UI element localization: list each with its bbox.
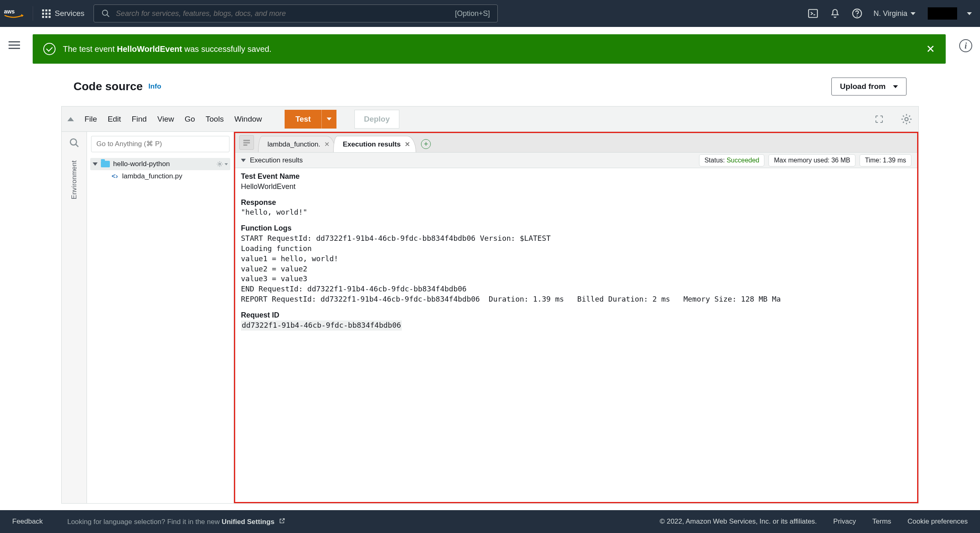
editor-main: lambda_function. ✕ Execution results ✕ +… bbox=[234, 132, 918, 503]
services-menu[interactable]: Services bbox=[39, 9, 88, 18]
svg-text:aws: aws bbox=[4, 8, 15, 15]
tree-file-row[interactable]: <› lambda_function.py bbox=[90, 170, 230, 182]
menu-edit[interactable]: Edit bbox=[108, 115, 121, 124]
close-icon[interactable]: ✕ bbox=[926, 43, 935, 56]
test-button-group: Test bbox=[285, 110, 336, 129]
upload-from-button[interactable]: Upload from bbox=[831, 78, 906, 95]
response-value: "hello, world!" bbox=[241, 207, 911, 218]
svg-point-7 bbox=[905, 118, 908, 121]
caret-down-icon bbox=[327, 118, 332, 120]
tab-scroll-icon[interactable] bbox=[239, 135, 254, 150]
check-icon bbox=[43, 43, 56, 55]
deploy-button[interactable]: Deploy bbox=[354, 110, 399, 129]
notifications-icon[interactable] bbox=[827, 5, 843, 22]
external-link-icon bbox=[279, 517, 285, 524]
menu-find[interactable]: Find bbox=[131, 115, 147, 124]
left-rail bbox=[0, 27, 29, 506]
section-header: Code source Info Upload from bbox=[74, 78, 906, 95]
close-icon[interactable]: ✕ bbox=[405, 140, 410, 148]
collapse-icon[interactable] bbox=[67, 117, 74, 121]
hamburger-icon[interactable] bbox=[9, 39, 20, 51]
privacy-link[interactable]: Privacy bbox=[833, 517, 856, 526]
svg-point-8 bbox=[70, 139, 76, 145]
menu-file[interactable]: File bbox=[85, 115, 97, 124]
terms-link[interactable]: Terms bbox=[872, 517, 891, 526]
tab-label: lambda_function. bbox=[267, 140, 320, 149]
ide-sidebar: Environment bbox=[62, 132, 87, 503]
fullscreen-icon[interactable] bbox=[874, 114, 884, 124]
right-rail: i bbox=[951, 27, 980, 506]
svg-point-1 bbox=[102, 10, 108, 16]
region-selector[interactable]: N. Virginia bbox=[871, 9, 918, 18]
tree-project-row[interactable]: hello-world-python bbox=[90, 158, 230, 170]
reqid-label: Request ID bbox=[241, 310, 911, 320]
subhead-label: Execution results bbox=[250, 156, 303, 164]
goto-input[interactable] bbox=[91, 136, 229, 152]
unified-settings-link[interactable]: Unified Settings bbox=[222, 518, 274, 526]
search-icon[interactable] bbox=[69, 138, 80, 148]
svg-point-10 bbox=[219, 163, 221, 165]
status-badge: Status: Succeeded bbox=[699, 154, 764, 167]
region-label: N. Virginia bbox=[873, 9, 907, 18]
menu-window[interactable]: Window bbox=[234, 115, 262, 124]
info-icon[interactable]: i bbox=[959, 39, 972, 52]
results-subheader: Execution results Status: Succeeded Max … bbox=[235, 153, 917, 168]
python-file-icon: <› bbox=[111, 172, 119, 180]
event-name-value: HelloWorldEvent bbox=[241, 182, 911, 192]
search-input[interactable] bbox=[116, 9, 449, 18]
event-name-label: Test Event Name bbox=[241, 171, 911, 182]
footer: Feedback Looking for language selection?… bbox=[0, 510, 980, 533]
svg-point-6 bbox=[857, 16, 858, 17]
help-icon[interactable] bbox=[849, 5, 865, 22]
svg-rect-13 bbox=[243, 144, 247, 146]
results-body: Test Event Name HelloWorldEvent Response… bbox=[235, 168, 917, 502]
tab-file[interactable]: lambda_function. ✕ bbox=[258, 136, 336, 152]
top-nav: aws Services [Option+S] N. Virginia bbox=[0, 0, 980, 27]
success-banner: The test event HelloWorldEvent was succe… bbox=[33, 34, 946, 64]
svg-rect-12 bbox=[243, 142, 250, 143]
memory-badge: Max memory used: 36 MB bbox=[768, 154, 855, 167]
search-shortcut: [Option+S] bbox=[455, 9, 490, 18]
chevron-down-icon bbox=[93, 162, 98, 166]
info-link[interactable]: Info bbox=[149, 82, 161, 91]
tab-results[interactable]: Execution results ✕ bbox=[333, 136, 416, 152]
svg-line-2 bbox=[107, 15, 109, 17]
svg-line-9 bbox=[76, 144, 78, 147]
banner-message: The test event HelloWorldEvent was succe… bbox=[63, 44, 272, 54]
environment-tab[interactable]: Environment bbox=[70, 160, 78, 199]
file-name: lambda_function.py bbox=[122, 172, 182, 180]
menu-tools[interactable]: Tools bbox=[206, 115, 224, 124]
menu-go[interactable]: Go bbox=[185, 115, 195, 124]
chevron-down-icon[interactable] bbox=[241, 159, 246, 162]
folder-icon bbox=[101, 161, 110, 167]
svg-rect-11 bbox=[243, 140, 250, 141]
account-menu[interactable] bbox=[928, 7, 957, 20]
global-search[interactable]: [Option+S] bbox=[94, 4, 498, 22]
aws-logo[interactable]: aws bbox=[0, 8, 27, 19]
caret-down-icon bbox=[911, 12, 915, 15]
language-hint: Looking for language selection? Find it … bbox=[67, 517, 285, 526]
ide-menubar: File Edit Find View Go Tools Window Test… bbox=[62, 107, 918, 132]
caret-down-icon bbox=[967, 12, 972, 15]
tab-bar: lambda_function. ✕ Execution results ✕ + bbox=[235, 133, 917, 153]
upload-label: Upload from bbox=[840, 82, 886, 91]
separator bbox=[33, 6, 33, 21]
cloudshell-icon[interactable] bbox=[805, 5, 821, 22]
logs-label: Function Logs bbox=[241, 223, 911, 233]
project-name: hello-world-python bbox=[113, 160, 170, 168]
caret-down-icon bbox=[893, 85, 898, 88]
feedback-link[interactable]: Feedback bbox=[12, 517, 43, 526]
new-tab-icon[interactable]: + bbox=[421, 139, 431, 149]
test-dropdown[interactable] bbox=[321, 110, 336, 129]
menu-view[interactable]: View bbox=[157, 115, 174, 124]
time-badge: Time: 1.39 ms bbox=[860, 154, 911, 167]
cookie-link[interactable]: Cookie preferences bbox=[908, 517, 968, 526]
gear-icon[interactable] bbox=[216, 160, 228, 168]
reqid-value: dd7322f1-91b4-46cb-9fdc-bb834f4bdb06 bbox=[241, 320, 911, 331]
close-icon[interactable]: ✕ bbox=[324, 140, 330, 148]
services-label: Services bbox=[55, 9, 85, 18]
gear-icon[interactable] bbox=[900, 113, 913, 125]
test-button[interactable]: Test bbox=[285, 110, 321, 129]
search-icon bbox=[101, 9, 110, 18]
logs-body: START RequestId: dd7322f1-91b4-46cb-9fdc… bbox=[241, 233, 911, 304]
